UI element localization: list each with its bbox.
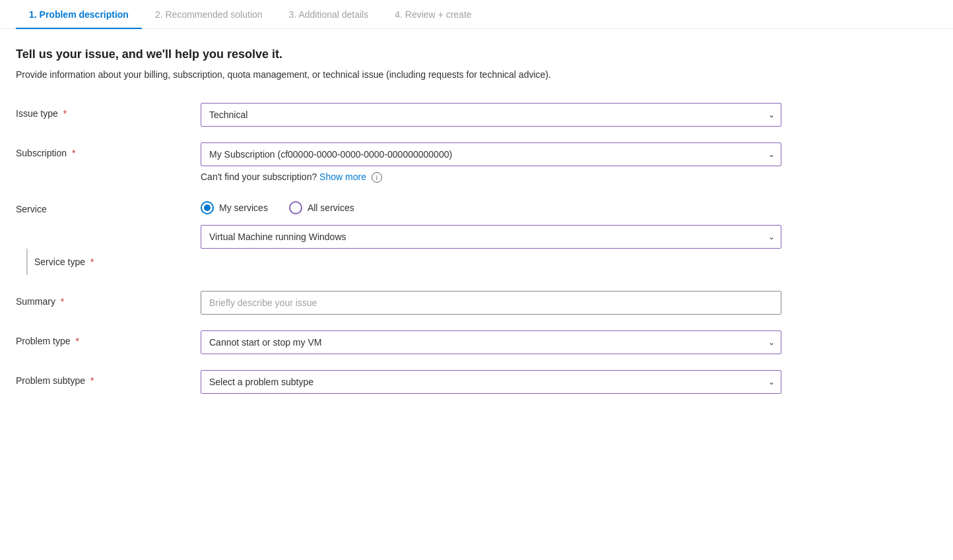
summary-label: Summary * [16,291,201,307]
problem-type-label: Problem type * [16,330,201,346]
show-more-link[interactable]: Show more [319,171,366,182]
subscription-label: Subscription * [16,142,201,158]
summary-required: * [61,296,64,307]
service-sub-label-bar [26,249,28,275]
subscription-hint: Can't find your subscription? Show more … [201,171,781,183]
summary-row: Summary * [16,291,908,315]
issue-type-select-wrapper: Technical Billing Subscription Quota ⌄ [201,103,781,127]
service-label-col: Service Service type * [16,199,201,275]
problem-type-required: * [75,336,79,346]
problem-subtype-required: * [90,375,94,386]
service-sub-label: Service type * [16,249,201,275]
problem-type-select[interactable]: Cannot start or stop my VM VM performanc… [201,330,781,354]
issue-type-row: Issue type * Technical Billing Subscript… [16,103,908,127]
service-type-select-wrapper: Virtual Machine running Windows Virtual … [201,225,781,249]
tab-recommended-solution[interactable]: 2. Recommended solution [142,0,276,29]
page-headline: Tell us your issue, and we'll help you r… [16,47,908,61]
my-services-radio[interactable] [201,201,214,214]
main-content: Tell us your issue, and we'll help you r… [0,29,924,436]
problem-type-control: Cannot start or stop my VM VM performanc… [201,330,781,354]
subscription-select-wrapper: My Subscription (cf00000-0000-0000-0000-… [201,142,781,166]
all-services-radio[interactable] [289,201,302,214]
issue-type-control: Technical Billing Subscription Quota ⌄ [201,103,781,127]
issue-type-label: Issue type * [16,103,201,119]
problem-subtype-label: Problem subtype * [16,370,201,386]
tab-additional-details[interactable]: 3. Additional details [276,0,382,29]
service-type-select[interactable]: Virtual Machine running Windows Virtual … [201,225,781,249]
summary-control [201,291,781,315]
service-type-required: * [90,257,94,267]
all-services-option[interactable]: All services [289,201,354,214]
problem-type-row: Problem type * Cannot start or stop my V… [16,330,908,354]
info-icon: i [372,172,382,183]
subscription-select[interactable]: My Subscription (cf00000-0000-0000-0000-… [201,142,781,166]
problem-subtype-control: Select a problem subtype ⌄ [201,370,781,394]
problem-subtype-select-wrapper: Select a problem subtype ⌄ [201,370,781,394]
my-services-option[interactable]: My services [201,201,268,214]
subscription-row: Subscription * My Subscription (cf00000-… [16,142,908,183]
subscription-required: * [72,148,75,158]
tab-problem-description[interactable]: 1. Problem description [16,0,142,29]
page-description: Provide information about your billing, … [16,68,610,82]
issue-type-select[interactable]: Technical Billing Subscription Quota [201,103,781,127]
wizard-tabs: 1. Problem description 2. Recommended so… [0,0,953,29]
problem-subtype-select[interactable]: Select a problem subtype [201,370,781,394]
service-row: Service Service type * My services [16,199,908,275]
subscription-control: My Subscription (cf00000-0000-0000-0000-… [201,142,781,183]
service-right-col: My services All services Virtual Machine… [201,199,781,249]
service-type-label: Service type * [34,257,94,267]
problem-subtype-row: Problem subtype * Select a problem subty… [16,370,908,394]
tab-review-create[interactable]: 4. Review + create [381,0,484,29]
problem-type-select-wrapper: Cannot start or stop my VM VM performanc… [201,330,781,354]
service-radio-row: My services All services [201,199,781,214]
summary-input[interactable] [201,291,781,315]
service-label: Service [16,199,201,214]
service-radio-group: My services All services [201,199,781,214]
issue-type-required: * [63,108,67,119]
